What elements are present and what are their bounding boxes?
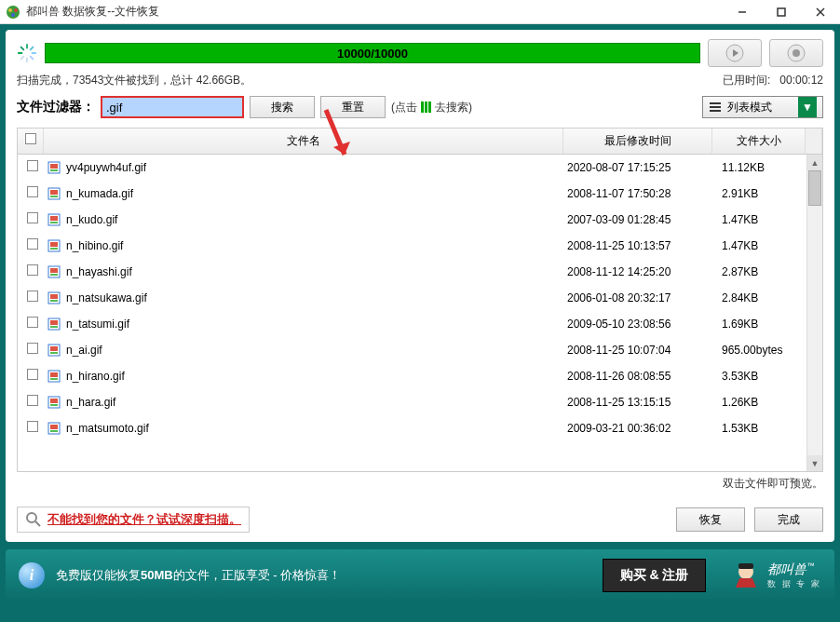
spinner-icon [17, 43, 37, 63]
progress-bar: 10000/10000 [45, 43, 700, 63]
preview-hint: 双击文件即可预览。 [17, 476, 823, 492]
svg-rect-56 [50, 425, 58, 429]
row-filename: n_kudo.gif [44, 213, 563, 226]
finish-button[interactable]: 完成 [754, 507, 823, 532]
row-checkbox[interactable] [18, 212, 44, 226]
row-mtime: 2008-11-25 13:15:15 [563, 396, 712, 409]
svg-rect-53 [50, 399, 58, 403]
svg-rect-42 [50, 300, 58, 302]
row-size: 2.91KB [712, 187, 806, 200]
table-row[interactable]: n_tatsumi.gif2009-05-10 23:08:561.69KB [18, 311, 822, 337]
minimize-button[interactable] [723, 0, 762, 24]
column-filename[interactable]: 文件名 [44, 128, 563, 154]
svg-line-11 [31, 57, 34, 60]
green-bars-icon [421, 101, 431, 113]
search-button[interactable]: 搜索 [250, 96, 315, 118]
row-mtime: 2008-11-25 10:13:57 [563, 239, 712, 252]
row-checkbox[interactable] [18, 369, 44, 383]
column-size[interactable]: 文件大小 [712, 128, 806, 154]
svg-rect-33 [50, 222, 58, 223]
svg-rect-50 [50, 372, 58, 377]
row-size: 2.84KB [712, 291, 806, 304]
column-checkbox[interactable] [18, 128, 44, 154]
dropdown-arrow-icon: ▼ [798, 97, 817, 117]
row-size: 3.53KB [712, 370, 806, 383]
svg-rect-39 [50, 274, 58, 276]
filter-input[interactable] [101, 96, 244, 118]
row-checkbox[interactable] [18, 186, 44, 200]
table-row[interactable]: n_kumada.gif2008-11-07 17:50:282.91KB [18, 181, 822, 207]
recover-button[interactable]: 恢复 [676, 507, 745, 532]
close-button[interactable] [801, 0, 840, 24]
svg-rect-36 [50, 248, 58, 250]
deep-scan-box[interactable]: 不能找到您的文件？试试深度扫描。 [17, 507, 250, 533]
table-row[interactable]: n_matsumoto.gif2009-03-21 00:36:021.53KB [18, 415, 822, 441]
column-mtime[interactable]: 最后修改时间 [563, 128, 712, 154]
svg-rect-41 [50, 294, 58, 299]
buy-register-button[interactable]: 购买 & 注册 [603, 559, 707, 592]
scroll-up-icon[interactable]: ▲ [807, 155, 822, 170]
row-checkbox[interactable] [18, 264, 44, 278]
svg-rect-44 [50, 320, 58, 325]
table-row[interactable]: n_hayashi.gif2008-11-12 14:25:202.87KB [18, 259, 822, 285]
maximize-button[interactable] [762, 0, 801, 24]
main-card: 10000/10000 扫描完成，73543文件被找到，总计 42.66GB。 … [6, 30, 834, 542]
svg-rect-38 [50, 268, 58, 273]
scrollbar-thumb[interactable] [808, 170, 821, 206]
row-checkbox[interactable] [18, 291, 44, 304]
vertical-scrollbar[interactable]: ▲ ▼ [806, 155, 822, 471]
row-checkbox[interactable] [18, 421, 44, 435]
svg-point-58 [27, 513, 36, 522]
row-filename: n_hayashi.gif [44, 265, 563, 278]
svg-rect-27 [50, 169, 58, 171]
view-mode-dropdown[interactable]: 列表模式 ▼ [702, 96, 823, 118]
titlebar: 都叫兽 数据恢复--文件恢复 [0, 0, 840, 24]
progress-row: 10000/10000 [17, 39, 823, 67]
row-filename: n_natsukawa.gif [44, 291, 563, 304]
row-mtime: 2009-03-21 00:36:02 [563, 422, 712, 435]
svg-rect-48 [50, 352, 58, 354]
table-row[interactable]: n_hirano.gif2008-11-26 08:08:553.53KB [18, 363, 822, 389]
row-mtime: 2007-03-09 01:28:45 [563, 213, 712, 226]
table-header: 文件名 最后修改时间 文件大小 [18, 128, 822, 155]
stop-button[interactable] [769, 39, 823, 67]
row-filename: n_hirano.gif [44, 370, 563, 383]
outer-frame: 10000/10000 扫描完成，73543文件被找到，总计 42.66GB。 … [0, 24, 840, 622]
list-icon [709, 101, 722, 113]
deep-scan-link[interactable]: 不能找到您的文件？试试深度扫描。 [47, 511, 241, 528]
row-checkbox[interactable] [18, 160, 44, 174]
row-mtime: 2009-05-10 23:08:56 [563, 318, 712, 331]
row-size: 1.47KB [712, 213, 806, 226]
row-checkbox[interactable] [18, 317, 44, 331]
app-logo-icon [6, 5, 20, 20]
table-row[interactable]: n_hara.gif2008-11-25 13:15:151.26KB [18, 389, 822, 415]
scroll-down-icon[interactable]: ▼ [807, 455, 822, 471]
table-row[interactable]: yv4puywh4uf.gif2020-08-07 17:15:2511.12K… [18, 155, 822, 181]
row-filename: n_hibino.gif [44, 239, 563, 252]
table-row[interactable]: n_ai.gif2008-11-25 10:07:04965.00bytes [18, 337, 822, 363]
reset-button[interactable]: 重置 [320, 96, 386, 118]
play-button[interactable] [708, 39, 762, 67]
svg-rect-51 [50, 378, 58, 380]
svg-rect-32 [50, 216, 58, 221]
svg-rect-45 [50, 326, 58, 328]
row-checkbox[interactable] [18, 395, 44, 409]
scan-status-text: 扫描完成，73543文件被找到，总计 42.66GB。 [17, 73, 251, 88]
row-size: 965.00bytes [712, 344, 806, 357]
bottom-bar: i 免费版仅能恢复50MB的文件，正版享受 - 价格惊喜！ 购买 & 注册 都叫… [6, 549, 834, 602]
file-table: 文件名 最后修改时间 文件大小 yv4puywh4uf.gif2020-08-0… [17, 128, 823, 472]
row-size: 2.87KB [712, 265, 806, 278]
row-mtime: 2008-11-07 17:50:28 [563, 187, 712, 200]
table-row[interactable]: n_hibino.gif2008-11-25 10:13:571.47KB [18, 233, 822, 259]
elapsed-time: 已用时间: 00:00:12 [723, 73, 823, 88]
magnifier-icon [25, 511, 42, 528]
row-mtime: 2006-01-08 20:32:17 [563, 291, 712, 304]
row-mtime: 2020-08-07 17:15:25 [563, 161, 712, 174]
table-body: yv4puywh4uf.gif2020-08-07 17:15:2511.12K… [18, 155, 822, 471]
table-row[interactable]: n_natsukawa.gif2006-01-08 20:32:172.84KB [18, 285, 822, 311]
stop-icon [787, 44, 806, 62]
table-row[interactable]: n_kudo.gif2007-03-09 01:28:451.47KB [18, 207, 822, 233]
svg-point-3 [11, 13, 15, 17]
row-checkbox[interactable] [18, 238, 44, 252]
row-checkbox[interactable] [18, 343, 44, 357]
